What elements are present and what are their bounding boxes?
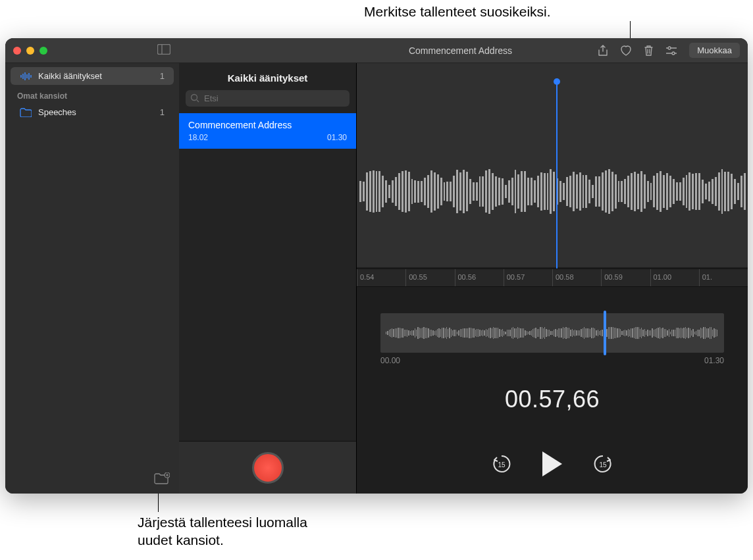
record-button[interactable] (252, 452, 284, 484)
playhead[interactable] (556, 82, 558, 272)
recordings-list-column: Kaikki äänitykset Commencement Address 1… (179, 63, 357, 494)
window-title: Commencement Address (409, 45, 512, 56)
new-folder-icon[interactable] (154, 472, 170, 487)
waveform-large[interactable] (357, 63, 748, 267)
waveform-overview[interactable] (380, 313, 724, 353)
close-window-button[interactable] (13, 47, 21, 55)
timeline-tick: 0.54 (357, 269, 405, 286)
timecode-display: 00.57,66 (357, 386, 748, 413)
detail-pane: 0.5400.5500.5600.5700.5800.5901.0001. 00… (357, 63, 748, 494)
play-button[interactable] (542, 451, 562, 476)
recording-list-item[interactable]: Commencement Address 18.02 01.30 (179, 113, 356, 149)
sidebar-section-header: Omat kansiot (5, 85, 179, 103)
sidebar-item-count: 1 (160, 107, 165, 117)
svg-rect-0 (158, 44, 170, 54)
svg-point-15 (192, 95, 197, 101)
callout-favorites: Merkitse tallenteet suosikeiksi. (364, 3, 551, 20)
svg-line-16 (197, 100, 199, 102)
callout-line-bottom (158, 492, 159, 512)
recording-duration: 01.30 (327, 133, 347, 142)
sidebar-item-label: Speeches (38, 107, 76, 117)
skip-back-button[interactable]: 15 (491, 453, 512, 474)
svg-text:15: 15 (599, 461, 607, 469)
timeline-ruler[interactable]: 0.5400.5500.5600.5700.5800.5901.0001. (357, 268, 748, 287)
sidebar-item-all-recordings[interactable]: Kaikki äänitykset 1 (11, 67, 174, 85)
waveform-icon (20, 72, 33, 81)
recording-date: 18.02 (188, 133, 208, 142)
callout-folders: Järjestä tallenteesi luomalla uudet kans… (138, 513, 307, 549)
timeline-tick: 00.59 (601, 269, 650, 286)
skip-forward-button[interactable]: 15 (592, 453, 613, 474)
timeline-tick: 01. (699, 269, 748, 286)
sidebar-item-speeches[interactable]: Speeches 1 (11, 103, 174, 121)
sidebar-item-count: 1 (160, 71, 165, 81)
sidebar-toggle-icon[interactable] (157, 44, 170, 57)
svg-point-3 (668, 47, 671, 49)
search-icon (190, 93, 199, 105)
favorite-icon[interactable] (620, 45, 632, 56)
sidebar-item-label: Kaikki äänitykset (38, 71, 102, 81)
share-icon[interactable] (598, 45, 608, 57)
svg-text:15: 15 (498, 461, 506, 469)
sidebar: Kaikki äänitykset 1 Omat kansiot Speeche… (5, 63, 179, 494)
edit-button[interactable]: Muokkaa (689, 43, 740, 58)
traffic-lights[interactable] (13, 47, 47, 55)
timeline-tick: 00.56 (455, 269, 504, 286)
list-header: Kaikki äänitykset (179, 63, 356, 90)
zoom-window-button[interactable] (39, 47, 47, 55)
overview-start-label: 00.00 (380, 356, 400, 365)
timeline-tick: 00.55 (405, 269, 454, 286)
overview-playhead[interactable] (604, 311, 606, 355)
timeline-tick: 00.58 (552, 269, 601, 286)
minimize-window-button[interactable] (26, 47, 34, 55)
svg-point-5 (672, 52, 675, 55)
titlebar: Commencement Address Muokkaa (5, 38, 748, 63)
search-input[interactable] (186, 90, 350, 107)
trash-icon[interactable] (644, 45, 654, 56)
timeline-tick: 01.00 (650, 269, 699, 286)
overview-end-label: 01.30 (704, 356, 724, 365)
app-window: Commencement Address Muokkaa (5, 38, 748, 494)
recording-title: Commencement Address (188, 120, 347, 130)
timeline-tick: 00.57 (504, 269, 552, 286)
settings-sliders-icon[interactable] (665, 46, 677, 55)
folder-icon (20, 108, 33, 117)
